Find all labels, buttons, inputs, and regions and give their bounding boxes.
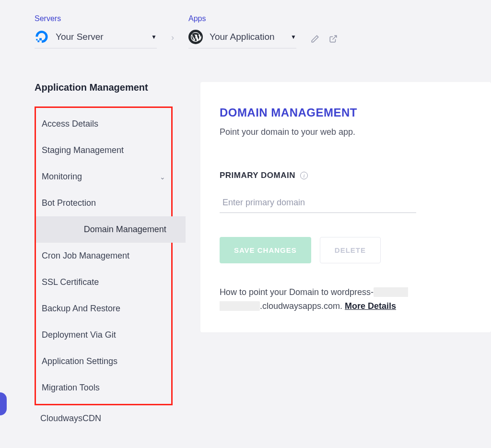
app-name: Your Application: [210, 32, 284, 42]
info-icon[interactable]: i: [300, 172, 308, 179]
server-selector[interactable]: Your Server ▼: [35, 30, 157, 48]
wordpress-icon: [188, 30, 203, 44]
more-details-link[interactable]: More Details: [345, 301, 396, 311]
main-panel: DOMAIN MANAGEMENT Point your domain to y…: [200, 82, 491, 332]
chevron-right-icon: ›: [171, 33, 174, 43]
button-row: SAVE CHANGES DELETE: [220, 237, 472, 263]
external-link-icon[interactable]: [329, 35, 338, 43]
server-breadcrumb-group: Servers Your Server ▼: [35, 14, 157, 48]
servers-label[interactable]: Servers: [35, 14, 157, 23]
delete-button[interactable]: DELETE: [320, 237, 381, 263]
sidebar-item-ssl-certificate[interactable]: SSL Certificate: [36, 269, 171, 295]
primary-domain-input[interactable]: [220, 195, 416, 213]
primary-domain-label: PRIMARY DOMAIN: [220, 171, 295, 180]
sidebar-item-cron-job-management[interactable]: Cron Job Management: [36, 243, 171, 269]
caret-down-icon: ▼: [151, 34, 157, 40]
caret-down-icon: ▼: [291, 34, 296, 40]
sidebar-item-domain-management[interactable]: Domain Management: [36, 216, 186, 243]
apps-label[interactable]: Apps: [188, 14, 296, 23]
sidebar-item-deployment-git[interactable]: Deployment Via Git: [36, 322, 171, 348]
chevron-down-icon: ⌄: [160, 173, 165, 181]
server-name: Your Server: [56, 32, 144, 42]
svg-line-0: [333, 35, 337, 39]
sidebar-item-staging-management[interactable]: Staging Management: [36, 137, 171, 164]
primary-domain-label-row: PRIMARY DOMAIN i: [220, 171, 472, 180]
app-breadcrumb-group: Apps Your Application ▼: [188, 14, 296, 48]
sidebar-item-backup-restore[interactable]: Backup And Restore: [36, 295, 171, 322]
panel-title: DOMAIN MANAGEMENT: [220, 106, 472, 119]
save-changes-button[interactable]: SAVE CHANGES: [220, 237, 311, 263]
digitalocean-icon: [35, 30, 49, 44]
sidebar-title: Application Management: [35, 82, 173, 93]
breadcrumb-actions: [311, 35, 338, 43]
panel-subtitle: Point your domain to your web app.: [220, 127, 472, 137]
help-bubble[interactable]: [0, 392, 7, 415]
sidebar-item-access-details[interactable]: Access Details: [36, 111, 171, 137]
sidebar-item-cloudwayscdn[interactable]: CloudwaysCDN: [35, 405, 173, 432]
edit-icon[interactable]: [311, 35, 319, 43]
sidebar: Application Management Access Details St…: [35, 82, 173, 432]
app-selector[interactable]: Your Application ▼: [188, 30, 296, 48]
sidebar-item-monitoring[interactable]: Monitoring⌄: [36, 164, 171, 190]
sidebar-item-bot-protection[interactable]: Bot Protection: [36, 190, 171, 216]
sidebar-highlighted-box: Access Details Staging Management Monito…: [35, 106, 173, 405]
breadcrumb-bar: Servers Your Server ▼ › Apps Your Applic…: [0, 0, 491, 48]
sidebar-item-migration-tools[interactable]: Migration Tools: [36, 375, 171, 401]
help-text: How to point your Domain to wordpress-XX…: [220, 285, 472, 313]
sidebar-item-application-settings[interactable]: Application Settings: [36, 348, 171, 375]
